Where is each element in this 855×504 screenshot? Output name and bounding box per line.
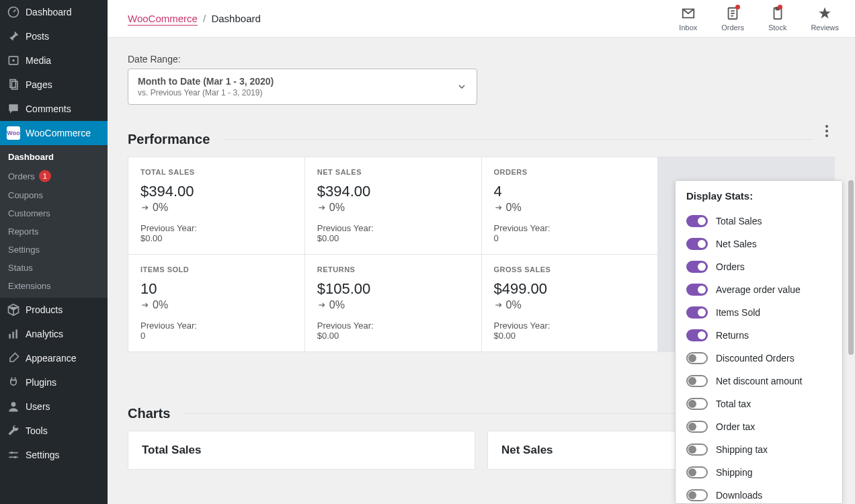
toggle-switch[interactable] <box>686 261 708 273</box>
stat-toggle-row[interactable]: Shipping tax <box>686 438 831 461</box>
card-value: 10 <box>140 280 292 298</box>
card-delta: 0% <box>140 202 292 214</box>
sidebar-item-pages[interactable]: Pages <box>0 73 108 97</box>
sidebar-item-users[interactable]: Users <box>0 394 108 419</box>
sidebar-item-label: Appearance <box>26 353 77 364</box>
submenu-label: Orders <box>8 171 35 181</box>
orders-button[interactable]: Orders <box>721 6 744 32</box>
date-range-primary: Month to Date (Mar 1 - 3, 2020) <box>138 76 274 87</box>
performance-card[interactable]: ORDERS40%Previous Year:0 <box>482 157 658 254</box>
toggle-switch[interactable] <box>686 489 708 501</box>
inbox-button[interactable]: Inbox <box>679 6 697 32</box>
stat-toggle-row[interactable]: Total Sales <box>686 210 831 233</box>
submenu-item-reports[interactable]: Reports <box>0 222 108 241</box>
sidebar-item-dashboard[interactable]: Dashboard <box>0 0 108 24</box>
performance-card[interactable]: RETURNS$105.000%Previous Year:$0.00 <box>305 255 481 351</box>
card-value: $105.00 <box>317 280 469 298</box>
stat-toggle-row[interactable]: Orders <box>686 255 831 278</box>
toggle-switch[interactable] <box>686 444 708 456</box>
stat-toggle-label: Total Sales <box>716 216 762 226</box>
card-title: ORDERS <box>494 168 646 176</box>
submenu-item-customers[interactable]: Customers <box>0 204 108 222</box>
topbar: WooCommerce / Dashboard InboxOrdersStock… <box>108 0 855 38</box>
stock-button[interactable]: Stock <box>768 6 787 32</box>
toggle-switch[interactable] <box>686 466 708 478</box>
sidebar-item-label: Comments <box>26 103 71 114</box>
toggle-switch[interactable] <box>686 352 708 364</box>
box-icon <box>7 303 20 317</box>
bars-icon <box>7 327 20 341</box>
card-title: RETURNS <box>317 265 469 274</box>
reviews-button[interactable]: Reviews <box>811 6 839 32</box>
stat-toggle-row[interactable]: Discounted Orders <box>686 347 831 370</box>
popover-scrollbar[interactable] <box>848 180 854 504</box>
stat-toggle-row[interactable]: Net Sales <box>686 233 831 255</box>
stat-toggle-row[interactable]: Items Sold <box>686 301 831 324</box>
performance-card[interactable]: ITEMS SOLD100%Previous Year:0 <box>128 255 304 351</box>
stat-toggle-row[interactable]: Total tax <box>686 392 831 415</box>
wrench-icon <box>7 424 20 437</box>
breadcrumb: WooCommerce / Dashboard <box>128 13 261 24</box>
toggle-switch[interactable] <box>686 284 708 296</box>
toggle-switch[interactable] <box>686 329 708 341</box>
sidebar-item-posts[interactable]: Posts <box>0 24 108 48</box>
submenu-item-coupons[interactable]: Coupons <box>0 186 108 204</box>
toggle-switch[interactable] <box>686 375 708 387</box>
sidebar-item-media[interactable]: Media <box>0 48 108 73</box>
chart-box-title: Total Sales <box>142 444 461 457</box>
card-value: $499.00 <box>494 280 646 298</box>
media-icon <box>7 54 20 67</box>
chevron-down-icon <box>456 81 467 92</box>
submenu-item-dashboard[interactable]: Dashboard <box>0 148 108 166</box>
sidebar-item-woocommerce[interactable]: WooWooCommerce <box>0 121 108 145</box>
performance-options-button[interactable] <box>819 123 835 139</box>
sidebar-item-analytics[interactable]: Analytics <box>0 322 108 346</box>
sidebar-item-tools[interactable]: Tools <box>0 419 108 443</box>
stat-toggle-row[interactable]: Net discount amount <box>686 370 831 392</box>
toggle-switch[interactable] <box>686 215 708 227</box>
sidebar-item-comments[interactable]: Comments <box>0 97 108 121</box>
sidebar-item-label: Media <box>26 55 51 66</box>
performance-card[interactable]: NET SALES$394.000%Previous Year:$0.00 <box>305 157 481 254</box>
breadcrumb-root-link[interactable]: WooCommerce <box>128 13 198 26</box>
sidebar-item-appearance[interactable]: Appearance <box>0 346 108 370</box>
stat-toggle-row[interactable]: Downloads <box>686 484 831 504</box>
submenu-label: Extensions <box>8 281 51 291</box>
sidebar-item-plugins[interactable]: Plugins <box>0 370 108 394</box>
stat-toggle-label: Net Sales <box>716 239 757 249</box>
date-range-picker[interactable]: Month to Date (Mar 1 - 3, 2020) vs. Prev… <box>128 69 477 105</box>
date-range-label: Date Range: <box>128 54 835 65</box>
toggle-switch[interactable] <box>686 398 708 410</box>
sliders-icon <box>7 448 20 462</box>
stat-toggle-row[interactable]: Shipping <box>686 461 831 484</box>
sidebar-item-label: Pages <box>26 79 52 90</box>
orders-badge: 1 <box>39 170 51 182</box>
card-value: $394.00 <box>317 183 469 200</box>
sidebar-item-products[interactable]: Products <box>0 298 108 322</box>
card-prev-value: $0.00 <box>317 233 469 243</box>
card-prev-value: $0.00 <box>317 331 469 341</box>
stat-toggle-label: Items Sold <box>716 307 760 318</box>
card-prev-value: 0 <box>140 331 292 341</box>
sidebar-item-label: Dashboard <box>26 7 72 17</box>
chart-box[interactable]: Total Sales <box>128 431 475 470</box>
section-divider <box>223 139 813 140</box>
performance-card[interactable]: TOTAL SALES$394.000%Previous Year:$0.00 <box>128 157 304 254</box>
svg-point-2 <box>12 59 14 61</box>
submenu-item-settings[interactable]: Settings <box>0 241 108 259</box>
toggle-switch[interactable] <box>686 421 708 433</box>
sidebar-item-settings[interactable]: Settings <box>0 443 108 467</box>
performance-card[interactable]: GROSS SALES$499.000%Previous Year:$0.00 <box>482 255 658 351</box>
submenu-item-extensions[interactable]: Extensions <box>0 277 108 295</box>
stat-toggle-row[interactable]: Average order value <box>686 278 831 301</box>
submenu-item-status[interactable]: Status <box>0 259 108 277</box>
card-prev-value: $0.00 <box>494 331 646 341</box>
sidebar-item-label: Tools <box>26 425 48 436</box>
submenu-item-orders[interactable]: Orders1 <box>0 166 108 186</box>
stat-toggle-row[interactable]: Order tax <box>686 415 831 438</box>
svg-rect-5 <box>9 334 11 339</box>
card-title: GROSS SALES <box>494 265 646 274</box>
toggle-switch[interactable] <box>686 306 708 319</box>
stat-toggle-row[interactable]: Returns <box>686 324 831 347</box>
toggle-switch[interactable] <box>686 238 708 250</box>
